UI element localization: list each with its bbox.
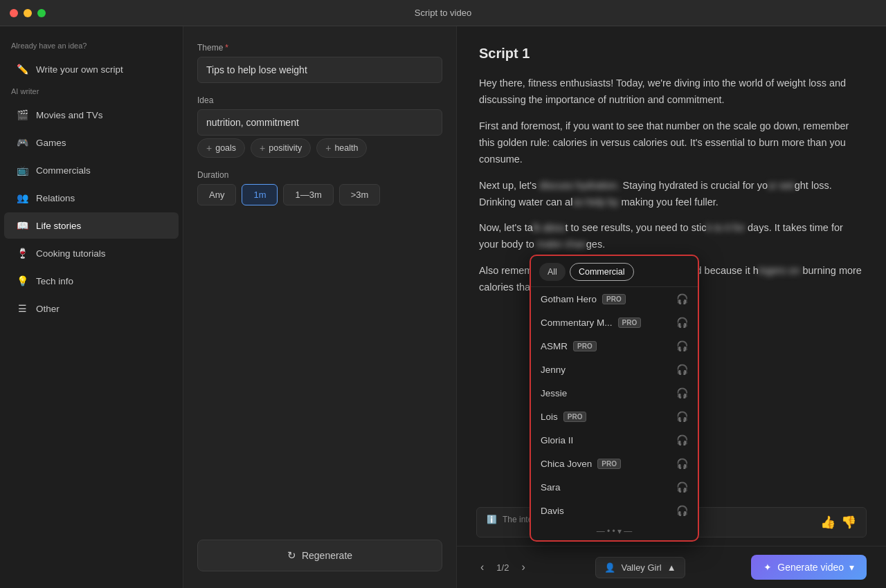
sidebar-item-games[interactable]: 🎮 Games [4, 129, 179, 156]
window-controls [10, 9, 46, 17]
script-title: Script 1 [479, 46, 864, 62]
script-para-3: Next up, let's discuss hydration. Stayin… [479, 178, 864, 211]
voice-dropdown: All Commercial Gotham Hero PRO 🎧 Comment… [530, 255, 699, 542]
thumbs-up-button[interactable]: 👍 [820, 515, 835, 530]
headphone-icon-lois[interactable]: 🎧 [676, 411, 688, 422]
theme-field: Theme * [197, 43, 442, 83]
duration-1-3m[interactable]: 1—3m [283, 184, 333, 205]
sidebar-item-other[interactable]: ☰ Other [4, 295, 179, 322]
scroll-indicator: — • • ▾ — [531, 522, 698, 540]
maximize-button[interactable] [37, 9, 46, 17]
theme-input[interactable] [197, 57, 442, 83]
sidebar: Already have an idea? ✏️ Write your own … [0, 26, 183, 588]
voice-name-davis: Davis [541, 506, 564, 516]
duration-any[interactable]: Any [197, 184, 236, 205]
other-icon: ☰ [15, 302, 29, 315]
other-label: Other [36, 304, 60, 314]
pro-badge-gotham: PRO [602, 294, 626, 304]
tech-label: Tech info [36, 276, 73, 286]
pro-badge-commentary: PRO [618, 318, 642, 328]
tech-icon: 💡 [15, 274, 29, 288]
voice-list: Gotham Hero PRO 🎧 Commentary M... PRO 🎧 … [531, 287, 698, 540]
voice-item-sara[interactable]: Sara 🎧 [531, 475, 698, 499]
voice-item-jessie[interactable]: Jessie 🎧 [531, 381, 698, 405]
voice-name-sara: Sara [541, 482, 561, 493]
titlebar: Script to video [0, 0, 886, 26]
movies-label: Movies and TVs [36, 110, 103, 120]
sidebar-item-movies[interactable]: 🎬 Movies and TVs [4, 102, 179, 128]
relations-icon: 👥 [15, 191, 29, 205]
voice-name-jenny: Jenny [541, 365, 566, 375]
voice-item-jenny[interactable]: Jenny 🎧 [531, 358, 698, 381]
tab-all[interactable]: All [539, 263, 566, 281]
close-button[interactable] [10, 9, 18, 17]
generate-video-button[interactable]: ✦ Generate video ▾ [751, 555, 867, 580]
games-label: Games [36, 138, 66, 148]
headphone-icon-chica[interactable]: 🎧 [676, 458, 688, 469]
voice-name-jessie: Jessie [541, 388, 567, 398]
voice-item-chica[interactable]: Chica Joven PRO 🎧 [531, 452, 698, 475]
main-layout: Already have an idea? ✏️ Write your own … [0, 26, 886, 588]
ai-writer-label: AI writer [0, 83, 183, 101]
page-indicator: 1/2 [496, 562, 509, 573]
headphone-icon-sara[interactable]: 🎧 [676, 481, 688, 493]
headphone-icon-jessie[interactable]: 🎧 [676, 387, 688, 398]
sidebar-item-tech[interactable]: 💡 Tech info [4, 268, 179, 294]
theme-label: Theme * [197, 43, 442, 53]
relations-label: Relations [36, 193, 75, 203]
voice-item-lois[interactable]: Lois PRO 🎧 [531, 405, 698, 428]
tag-goals[interactable]: + goals [197, 138, 245, 158]
life-stories-label: Life stories [36, 221, 81, 231]
tags-row: + goals + positivity + health [197, 138, 442, 158]
duration-field: Duration Any 1m 1—3m >3m [197, 170, 442, 205]
voice-selector[interactable]: 👤 Valley Girl ▲ [595, 557, 685, 578]
duration-1m[interactable]: 1m [242, 184, 278, 205]
sidebar-item-cooking[interactable]: 🍷 Cooking tutorials [4, 240, 179, 266]
sidebar-item-life-stories[interactable]: 📖 Life stories [4, 212, 179, 239]
tag-positivity[interactable]: + positivity [251, 138, 311, 158]
sidebar-idea-label: Already have an idea? [0, 37, 183, 55]
voice-name-asmr: ASMR [541, 341, 568, 351]
required-star: * [225, 43, 228, 53]
info-icon: ℹ️ [487, 515, 497, 524]
commercials-icon: 📺 [15, 163, 29, 177]
sidebar-item-write-script[interactable]: ✏️ Write your own script [4, 56, 179, 82]
headphone-icon-gotham[interactable]: 🎧 [676, 293, 688, 304]
regenerate-button[interactable]: ↻ Regenerate [197, 540, 442, 571]
games-icon: 🎮 [15, 136, 29, 149]
sidebar-item-commercials[interactable]: 📺 Commercials [4, 157, 179, 183]
tag-health[interactable]: + health [316, 138, 367, 158]
headphone-icon-gloria[interactable]: 🎧 [676, 434, 688, 445]
voice-item-gotham[interactable]: Gotham Hero PRO 🎧 [531, 287, 698, 311]
headphone-icon-jenny[interactable]: 🎧 [676, 364, 688, 375]
sidebar-item-relations[interactable]: 👥 Relations [4, 185, 179, 211]
voice-item-commentary[interactable]: Commentary M... PRO 🎧 [531, 311, 698, 334]
voice-item-asmr[interactable]: ASMR PRO 🎧 [531, 334, 698, 358]
pagination: ‹ 1/2 › [476, 560, 530, 575]
voice-person-icon: 👤 [604, 562, 615, 573]
headphone-icon-davis[interactable]: 🎧 [676, 505, 688, 516]
idea-input[interactable] [197, 109, 442, 136]
page-prev-button[interactable]: ‹ [476, 560, 488, 575]
page-next-button[interactable]: › [517, 560, 529, 575]
cooking-icon: 🍷 [15, 246, 29, 260]
tab-commercial[interactable]: Commercial [570, 263, 634, 281]
middle-panel: Theme * Idea + goals + positivity + heal… [183, 26, 457, 588]
pro-badge-asmr: PRO [573, 341, 597, 351]
voice-name-commentary: Commentary M... [541, 318, 613, 328]
duration-3m-plus[interactable]: >3m [339, 184, 381, 205]
voice-name-chica: Chica Joven [541, 459, 592, 469]
minimize-button[interactable] [24, 9, 32, 17]
headphone-icon-commentary[interactable]: 🎧 [676, 317, 688, 328]
voice-item-davis[interactable]: Davis 🎧 [531, 499, 698, 522]
thumbs-down-button[interactable]: 👎 [841, 515, 856, 530]
voice-name-gloria: Gloria II [541, 435, 573, 445]
voice-name: Valley Girl [621, 562, 661, 573]
feedback-buttons: 👍 👎 [820, 515, 856, 530]
script-footer: ‹ 1/2 › 👤 Valley Girl ▲ ✦ Generate video… [457, 546, 886, 588]
chevron-up-icon: ▲ [667, 562, 676, 573]
voice-item-gloria[interactable]: Gloria II 🎧 [531, 428, 698, 452]
idea-label: Idea [197, 95, 442, 105]
headphone-icon-asmr[interactable]: 🎧 [676, 340, 688, 351]
dropdown-tabs: All Commercial [531, 256, 698, 287]
